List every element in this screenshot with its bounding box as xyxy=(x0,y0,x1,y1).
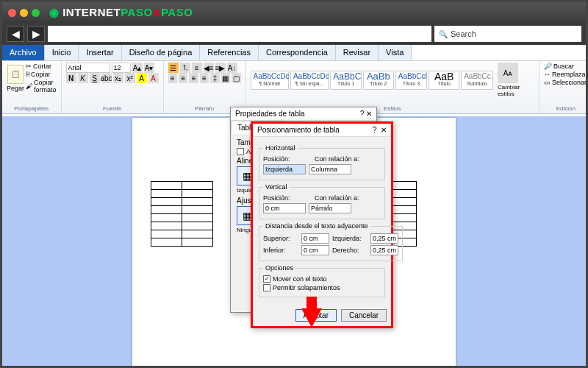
strike-icon[interactable]: abc xyxy=(101,73,112,83)
right-distance-input[interactable] xyxy=(370,245,398,255)
subscript-icon[interactable]: x₂ xyxy=(113,73,123,83)
format-painter-button[interactable]: 🖌 Copiar formato xyxy=(26,79,57,93)
allow-overlap-checkbox[interactable] xyxy=(263,284,270,291)
justify-icon[interactable]: ≡ xyxy=(200,73,209,83)
search-input[interactable]: Search xyxy=(434,26,581,42)
shading-icon[interactable]: ▦ xyxy=(221,73,230,83)
close-icon[interactable] xyxy=(8,9,16,17)
tab-revisar[interactable]: Revisar xyxy=(336,45,379,60)
minimize-icon[interactable] xyxy=(20,9,28,17)
style-h2[interactable]: AaBbTítulo 2 xyxy=(363,71,394,90)
h-relative-select[interactable] xyxy=(309,164,351,174)
table-positioning-dialog: Posicionamiento de tabla ? ✕ Horizontal … xyxy=(251,121,393,328)
document-table-left[interactable] xyxy=(151,181,213,247)
underline-icon[interactable]: S xyxy=(90,73,100,83)
highlight-icon[interactable]: A xyxy=(137,73,147,83)
browser-urlbar: ◀ ▶ Search xyxy=(2,23,586,45)
shrink-font-icon[interactable]: A▾ xyxy=(144,63,154,73)
address-input[interactable] xyxy=(48,26,431,42)
window-titlebar: ◉ INTERNETPASOAPASO xyxy=(2,2,586,23)
select-button[interactable]: ▭ Seleccionar xyxy=(544,79,588,86)
font-size-select[interactable]: 12 xyxy=(112,63,131,73)
replace-button[interactable]: ↔ Reemplazar xyxy=(544,71,588,78)
top-distance-input[interactable] xyxy=(301,233,329,244)
tab-insertar[interactable]: Insertar xyxy=(79,45,121,60)
tab-referencias[interactable]: Referencias xyxy=(200,45,259,60)
superscript-icon[interactable]: x² xyxy=(125,73,135,83)
find-button[interactable]: 🔎 Buscar xyxy=(544,63,588,70)
h-position-input[interactable] xyxy=(263,164,306,174)
font-color-icon[interactable]: A xyxy=(148,73,159,83)
cancel-button[interactable]: Cancelar xyxy=(341,309,387,322)
dialog-title: Posicionamiento de tabla xyxy=(257,126,340,134)
group-label: Fuente xyxy=(66,104,159,112)
style-h1[interactable]: AaBbCTítulo 1 xyxy=(330,71,362,90)
forward-button[interactable]: ▶ xyxy=(27,26,45,42)
left-distance-input[interactable] xyxy=(370,233,398,244)
style-h3[interactable]: AaBbCclTítulo 3 xyxy=(395,71,427,90)
style-title[interactable]: AaBTítulo xyxy=(429,71,459,90)
italic-icon[interactable]: K xyxy=(78,73,88,83)
tab-vista[interactable]: Vista xyxy=(379,45,412,60)
group-label: Edición xyxy=(544,104,588,112)
bullets-icon[interactable]: ☰ xyxy=(168,63,179,73)
width-checkbox[interactable] xyxy=(237,148,244,155)
indent-icon[interactable]: ≡▶ xyxy=(215,63,226,73)
copy-button[interactable]: ⎘ Copiar xyxy=(26,71,57,78)
tab-diseno[interactable]: Diseño de página xyxy=(122,45,201,60)
grow-font-icon[interactable]: A▴ xyxy=(132,63,143,73)
close-icon[interactable]: ✕ xyxy=(366,110,372,118)
highlight-arrow-icon xyxy=(301,308,322,328)
back-button[interactable]: ◀ xyxy=(7,26,24,42)
multilevel-icon[interactable]: ≡ xyxy=(192,63,202,73)
help-icon[interactable]: ? xyxy=(373,126,377,134)
outdent-icon[interactable]: ◀≡ xyxy=(204,63,214,73)
dialog-title: Propiedades de tabla xyxy=(235,110,305,118)
ribbon-tabs: Archivo Inicio Insertar Diseño de página… xyxy=(2,45,586,61)
move-with-text-checkbox[interactable]: ✓ xyxy=(263,275,270,283)
align-center-icon[interactable]: ≡ xyxy=(179,73,187,83)
change-styles-icon[interactable]: Aᴀ xyxy=(498,63,518,83)
tab-archivo[interactable]: Archivo xyxy=(2,45,45,60)
tab-correspondencia[interactable]: Correspondencia xyxy=(259,45,336,60)
bottom-distance-input[interactable] xyxy=(301,245,329,255)
font-name-select[interactable]: Arial xyxy=(66,63,110,73)
borders-icon[interactable]: ▢ xyxy=(232,73,240,83)
style-subtitle[interactable]: AaBbCc.Subtítulo xyxy=(461,71,493,90)
style-normal[interactable]: AaBbCcDc¶ Normal xyxy=(251,71,289,90)
numbering-icon[interactable]: ⒈ xyxy=(180,63,190,73)
paste-button[interactable]: Pegar xyxy=(7,85,24,92)
sort-icon[interactable]: A↓ xyxy=(227,63,237,73)
group-label: Portapapeles xyxy=(7,104,57,112)
tab-inicio[interactable]: Inicio xyxy=(45,45,79,60)
style-no-spacing[interactable]: AaBbCcDc¶ Sin espa... xyxy=(290,71,329,90)
cut-button[interactable]: ✂ Cortar xyxy=(26,63,57,70)
maximize-icon[interactable] xyxy=(32,9,40,17)
bold-icon[interactable]: N xyxy=(66,73,76,83)
align-right-icon[interactable]: ≡ xyxy=(189,73,198,83)
align-left-icon[interactable]: ≡ xyxy=(168,73,177,83)
close-icon[interactable]: ✕ xyxy=(381,126,387,134)
help-icon[interactable]: ? xyxy=(360,110,365,118)
v-relative-select[interactable] xyxy=(309,203,351,213)
v-position-input[interactable] xyxy=(263,203,306,213)
spacing-icon[interactable]: ‡ xyxy=(210,73,219,83)
site-logo: ◉ INTERNETPASOAPASO xyxy=(49,6,193,19)
